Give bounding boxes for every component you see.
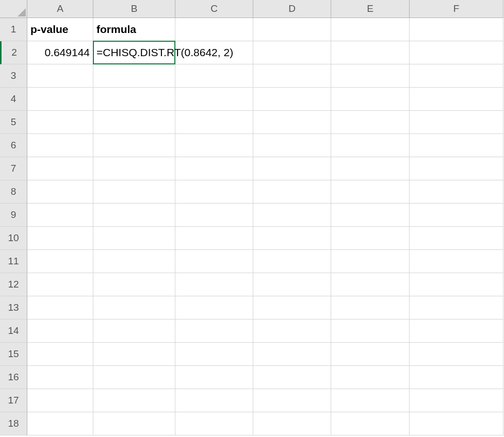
cell-C6[interactable] [175, 134, 253, 157]
cell-E2[interactable] [331, 41, 410, 64]
cell-A8[interactable] [27, 180, 93, 204]
row-header-12[interactable]: 12 [0, 273, 27, 296]
row-header-17[interactable]: 17 [0, 389, 27, 412]
cell-F5[interactable] [410, 111, 503, 134]
cell-B18[interactable] [93, 412, 175, 435]
cell-E11[interactable] [331, 250, 410, 273]
cell-C7[interactable] [175, 157, 253, 180]
row-header-14[interactable]: 14 [0, 320, 27, 343]
cell-A18[interactable] [27, 412, 93, 435]
cell-A11[interactable] [27, 250, 93, 273]
cell-D2[interactable] [253, 41, 331, 64]
cell-C2[interactable] [175, 41, 253, 64]
cell-C11[interactable] [175, 250, 253, 273]
cell-C4[interactable] [175, 88, 253, 111]
cell-C3[interactable] [175, 64, 253, 88]
row-header-18[interactable]: 18 [0, 412, 27, 435]
cell-A13[interactable] [27, 296, 93, 320]
cell-D18[interactable] [253, 412, 331, 435]
cell-B3[interactable] [93, 64, 175, 88]
cell-D13[interactable] [253, 296, 331, 320]
cell-A14[interactable] [27, 320, 93, 343]
cell-D14[interactable] [253, 320, 331, 343]
cell-A12[interactable] [27, 273, 93, 296]
col-header-A[interactable]: A [27, 0, 93, 18]
cell-F17[interactable] [410, 389, 503, 412]
cell-A17[interactable] [27, 389, 93, 412]
cell-A3[interactable] [27, 64, 93, 88]
cell-B14[interactable] [93, 320, 175, 343]
cell-B1[interactable]: formula [93, 18, 175, 41]
cell-F4[interactable] [410, 88, 503, 111]
cell-B5[interactable] [93, 111, 175, 134]
cell-A15[interactable] [27, 343, 93, 366]
cell-C17[interactable] [175, 389, 253, 412]
cell-E3[interactable] [331, 64, 410, 88]
cell-B7[interactable] [93, 157, 175, 180]
cell-E9[interactable] [331, 204, 410, 227]
cell-C10[interactable] [175, 227, 253, 250]
cell-A4[interactable] [27, 88, 93, 111]
row-header-10[interactable]: 10 [0, 227, 27, 250]
row-header-3[interactable]: 3 [0, 64, 27, 88]
cell-B13[interactable] [93, 296, 175, 320]
cell-A6[interactable] [27, 134, 93, 157]
cell-F15[interactable] [410, 343, 503, 366]
row-header-6[interactable]: 6 [0, 134, 27, 157]
cell-E16[interactable] [331, 366, 410, 389]
cell-A7[interactable] [27, 157, 93, 180]
cell-D10[interactable] [253, 227, 331, 250]
row-header-2[interactable]: 2 [0, 41, 27, 64]
cell-B12[interactable] [93, 273, 175, 296]
cell-B4[interactable] [93, 88, 175, 111]
cell-D7[interactable] [253, 157, 331, 180]
cell-D8[interactable] [253, 180, 331, 204]
cell-C9[interactable] [175, 204, 253, 227]
cell-E4[interactable] [331, 88, 410, 111]
cell-B17[interactable] [93, 389, 175, 412]
cell-A10[interactable] [27, 227, 93, 250]
cell-B15[interactable] [93, 343, 175, 366]
row-header-9[interactable]: 9 [0, 204, 27, 227]
cell-D4[interactable] [253, 88, 331, 111]
col-header-E[interactable]: E [331, 0, 410, 18]
cell-D12[interactable] [253, 273, 331, 296]
cell-D1[interactable] [253, 18, 331, 41]
cell-D17[interactable] [253, 389, 331, 412]
cell-C13[interactable] [175, 296, 253, 320]
row-header-8[interactable]: 8 [0, 180, 27, 204]
row-header-11[interactable]: 11 [0, 250, 27, 273]
cell-C8[interactable] [175, 180, 253, 204]
cell-F16[interactable] [410, 366, 503, 389]
cell-B10[interactable] [93, 227, 175, 250]
col-header-B[interactable]: B [93, 0, 175, 18]
cell-F12[interactable] [410, 273, 503, 296]
cell-D5[interactable] [253, 111, 331, 134]
row-header-7[interactable]: 7 [0, 157, 27, 180]
cell-A16[interactable] [27, 366, 93, 389]
row-header-1[interactable]: 1 [0, 18, 27, 41]
cell-F13[interactable] [410, 296, 503, 320]
cell-C12[interactable] [175, 273, 253, 296]
cell-F8[interactable] [410, 180, 503, 204]
cell-E12[interactable] [331, 273, 410, 296]
cell-F14[interactable] [410, 320, 503, 343]
row-header-13[interactable]: 13 [0, 296, 27, 320]
cell-F6[interactable] [410, 134, 503, 157]
cell-D16[interactable] [253, 366, 331, 389]
cell-B9[interactable] [93, 204, 175, 227]
cell-C14[interactable] [175, 320, 253, 343]
cell-B16[interactable] [93, 366, 175, 389]
row-header-5[interactable]: 5 [0, 111, 27, 134]
cell-E8[interactable] [331, 180, 410, 204]
cell-D15[interactable] [253, 343, 331, 366]
cell-E17[interactable] [331, 389, 410, 412]
cell-B6[interactable] [93, 134, 175, 157]
cell-A9[interactable] [27, 204, 93, 227]
cell-B11[interactable] [93, 250, 175, 273]
cell-F1[interactable] [410, 18, 503, 41]
cell-F18[interactable] [410, 412, 503, 435]
cell-D11[interactable] [253, 250, 331, 273]
cell-E6[interactable] [331, 134, 410, 157]
cell-E10[interactable] [331, 227, 410, 250]
